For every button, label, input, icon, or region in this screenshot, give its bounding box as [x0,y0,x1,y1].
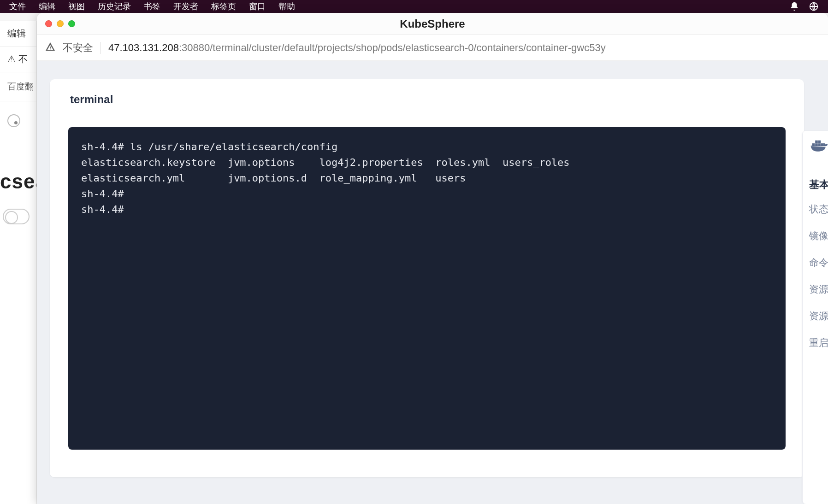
menubar-item[interactable]: 历史记录 [98,1,131,12]
svg-rect-4 [821,143,824,146]
panel-item[interactable]: 状态 [809,203,828,216]
warning-icon [45,42,55,54]
panel-item[interactable]: 重启 [809,336,828,349]
bg-security-row: ⚠不 [0,47,36,72]
details-panel: 基本信 状态 镜像 命令 资源 资源 重启 [802,131,828,504]
divider [101,42,101,54]
close-window-button[interactable] [45,20,52,27]
bg-heading-fragment: csea [0,142,36,193]
menubar-item[interactable]: 编辑 [39,1,55,12]
bg-toolbar-label: 编辑 [0,21,36,47]
security-label: 不安全 [63,41,93,55]
svg-rect-3 [818,143,821,146]
address-bar[interactable]: 不安全 47.103.131.208:30880/terminal/cluste… [37,35,828,61]
background-window: 编辑 ⚠不 百度翻 csea [0,21,37,504]
url-display[interactable]: 47.103.131.208:30880/terminal/cluster/de… [108,42,606,54]
minimize-window-button[interactable] [57,20,64,27]
terminal-card: terminal sh-4.4# ls /usr/share/elasticse… [50,79,804,477]
window-titlebar: KubeSphere [37,13,828,35]
bg-status-icon [0,101,36,142]
menubar-item[interactable]: 标签页 [211,1,236,12]
page-body: terminal sh-4.4# ls /usr/share/elasticse… [37,61,828,504]
maximize-window-button[interactable] [68,20,75,27]
menubar-item[interactable]: 视图 [68,1,85,12]
menubar-item[interactable]: 帮助 [278,1,295,12]
menubar-item[interactable]: 书签 [144,1,160,12]
terminal[interactable]: sh-4.4# ls /usr/share/elasticsearch/conf… [68,127,786,450]
os-menubar: 文件 编辑 视图 历史记录 书签 开发者 标签页 窗口 帮助 [0,0,828,13]
window-title: KubeSphere [37,18,828,30]
globe-icon[interactable] [809,1,819,12]
url-host: 47.103.131.208 [108,42,179,53]
svg-rect-6 [818,141,821,143]
menubar-item[interactable]: 文件 [9,1,26,12]
panel-item[interactable]: 资源 [809,283,828,296]
browser-window: KubeSphere 不安全 47.103.131.208:30880/term… [37,13,828,504]
menubar-item[interactable]: 窗口 [249,1,266,12]
docker-icon [810,138,828,155]
panel-item[interactable]: 镜像 [809,229,828,242]
terminal-title: terminal [50,79,804,118]
window-controls [45,20,75,27]
bg-toggle[interactable] [3,209,36,224]
panel-item[interactable]: 命令 [809,256,828,269]
menubar-item[interactable]: 开发者 [173,1,198,12]
svg-rect-5 [815,141,818,143]
panel-heading: 基本信 [809,178,828,192]
notification-icon[interactable] [789,1,799,12]
svg-rect-1 [812,143,815,146]
bg-tab-label[interactable]: 百度翻 [0,72,36,101]
panel-item[interactable]: 资源 [809,310,828,322]
warning-icon: ⚠ [7,54,16,64]
url-path: :30880/terminal/cluster/default/projects… [179,42,606,53]
svg-rect-2 [815,143,818,146]
